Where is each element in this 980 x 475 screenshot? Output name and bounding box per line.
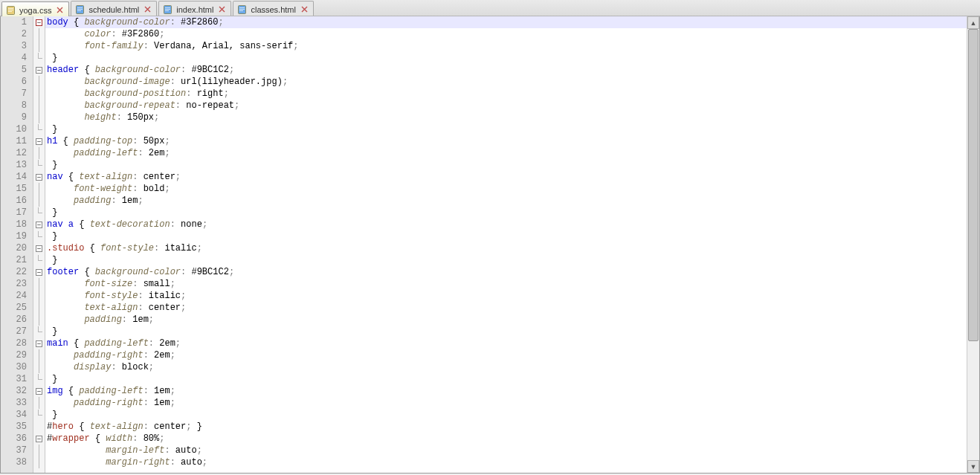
code-line[interactable]: nav { text-align: center; bbox=[45, 171, 967, 183]
code-line[interactable]: color: #3F2860; bbox=[45, 28, 967, 40]
code-token: : bbox=[132, 279, 143, 289]
svg-rect-9 bbox=[165, 7, 170, 8]
code-line[interactable]: body { background-color: #3F2860; bbox=[45, 16, 967, 28]
code-line[interactable]: #hero { text-align: center; } bbox=[45, 421, 967, 433]
code-line[interactable]: font-family: Verdana, Arial, sans-serif; bbox=[45, 40, 967, 52]
close-icon[interactable] bbox=[56, 6, 64, 14]
code-line[interactable]: .studio { font-style: italic; bbox=[45, 242, 967, 254]
code-line[interactable]: } bbox=[45, 52, 967, 64]
svg-rect-11 bbox=[165, 10, 169, 11]
code-token: padding-right bbox=[74, 398, 144, 408]
code-token: margin-left bbox=[106, 445, 164, 456]
fold-toggle[interactable]: − bbox=[33, 242, 45, 254]
code-token: header bbox=[47, 65, 79, 75]
code-token: none bbox=[181, 219, 202, 230]
code-line[interactable]: margin-right: auto; bbox=[45, 456, 967, 468]
tab-index-html[interactable]: index.html bbox=[158, 1, 231, 16]
fold-guide bbox=[33, 40, 45, 52]
code-token: ; bbox=[170, 279, 175, 289]
fold-toggle[interactable]: − bbox=[33, 433, 45, 445]
close-icon[interactable] bbox=[144, 5, 152, 13]
code-line[interactable]: font-size: small; bbox=[45, 278, 967, 290]
code-line[interactable]: text-align: center; bbox=[45, 302, 967, 314]
tab-yoga-css[interactable]: yoga.css bbox=[1, 1, 69, 16]
code-line[interactable]: display: block; bbox=[45, 361, 967, 373]
code-token: center bbox=[149, 303, 181, 313]
code-line[interactable]: header { background-color: #9BC1C2; bbox=[45, 64, 967, 76]
code-token: : bbox=[175, 100, 186, 111]
code-token bbox=[47, 314, 84, 325]
svg-rect-14 bbox=[239, 9, 245, 10]
code-line[interactable]: padding-right: 1em; bbox=[45, 397, 967, 409]
tab-label: schedule.html bbox=[88, 5, 139, 14]
code-line[interactable]: main { padding-left: 2em; bbox=[45, 337, 967, 349]
close-icon[interactable] bbox=[300, 5, 309, 13]
code-token: body bbox=[47, 17, 68, 28]
code-line[interactable]: background-repeat: no-repeat; bbox=[45, 100, 967, 112]
code-line[interactable]: nav a { text-decoration: none; bbox=[45, 219, 967, 230]
close-icon[interactable] bbox=[218, 5, 226, 13]
code-token: font-size bbox=[84, 279, 132, 289]
code-line[interactable]: background-image: url(lilyheader.jpg); bbox=[45, 76, 967, 88]
code-line[interactable]: img { padding-left: 1em; bbox=[45, 385, 967, 397]
code-line[interactable]: padding: 1em; bbox=[45, 195, 967, 207]
fold-toggle[interactable]: − bbox=[33, 171, 45, 183]
scroll-thumb[interactable] bbox=[968, 29, 979, 341]
code-line[interactable]: } bbox=[45, 326, 967, 337]
tab-schedule-html[interactable]: schedule.html bbox=[71, 1, 157, 16]
code-line[interactable]: height: 150px; bbox=[45, 112, 967, 123]
fold-toggle-icon: − bbox=[36, 138, 42, 145]
code-token: no-repeat bbox=[186, 100, 234, 111]
fold-toggle[interactable]: − bbox=[33, 135, 45, 147]
line-number: 16 bbox=[1, 195, 33, 207]
code-token bbox=[47, 362, 74, 372]
code-line[interactable]: } bbox=[45, 254, 967, 266]
vertical-scrollbar[interactable]: ▲ ▼ bbox=[967, 16, 979, 473]
line-number: 9 bbox=[1, 112, 33, 123]
fold-toggle[interactable]: − bbox=[33, 64, 45, 76]
fold-toggle[interactable]: − bbox=[33, 266, 45, 278]
code-token: text-align bbox=[79, 172, 132, 182]
scroll-up-button[interactable]: ▲ bbox=[967, 16, 979, 29]
fold-toggle[interactable]: − bbox=[33, 385, 45, 397]
code-token: ; bbox=[175, 338, 181, 349]
code-token: ; bbox=[224, 88, 229, 99]
code-token: ; bbox=[197, 445, 202, 456]
code-line[interactable]: padding-left: 2em; bbox=[45, 147, 967, 159]
code-line[interactable]: #wrapper { width: 80%; bbox=[45, 433, 967, 445]
code-line[interactable]: footer { background-color: #9BC1C2; bbox=[45, 266, 967, 278]
code-line[interactable]: margin-left: auto; bbox=[45, 445, 967, 456]
code-line[interactable]: } bbox=[45, 159, 967, 171]
code-line[interactable]: } bbox=[45, 207, 967, 219]
fold-toggle[interactable]: − bbox=[33, 219, 45, 230]
code-line[interactable]: background-position: right; bbox=[45, 88, 967, 100]
fold-toggle[interactable]: − bbox=[33, 16, 45, 28]
code-line[interactable]: h1 { padding-top: 50px; bbox=[45, 135, 967, 147]
fold-toggle[interactable]: − bbox=[33, 337, 45, 349]
code-token bbox=[47, 88, 84, 99]
code-line[interactable]: } bbox=[45, 409, 967, 421]
fold-end bbox=[33, 373, 45, 385]
code-token: wrapper bbox=[52, 433, 89, 444]
code-token: } bbox=[47, 326, 57, 337]
css-file-icon bbox=[6, 5, 16, 16]
code-line[interactable]: padding: 1em; bbox=[45, 314, 967, 326]
fold-toggle-icon: − bbox=[36, 436, 42, 442]
code-token: italic bbox=[149, 291, 181, 301]
fold-end bbox=[33, 207, 45, 219]
fold-end bbox=[33, 230, 45, 242]
code-token: : bbox=[144, 398, 154, 408]
tab-classes-html[interactable]: classes.html bbox=[233, 1, 314, 16]
scroll-down-button[interactable]: ▼ bbox=[967, 460, 979, 473]
code-line[interactable]: } bbox=[45, 373, 967, 385]
code-token: : bbox=[186, 88, 196, 99]
code-token: right bbox=[197, 88, 224, 99]
code-token: background-repeat bbox=[84, 100, 175, 111]
code-line[interactable]: } bbox=[45, 123, 967, 135]
code-token: background-color bbox=[95, 65, 181, 75]
code-line[interactable]: font-weight: bold; bbox=[45, 183, 967, 195]
code-line[interactable]: } bbox=[45, 230, 967, 242]
code-line[interactable]: font-style: italic; bbox=[45, 290, 967, 302]
code-line[interactable]: padding-right: 2em; bbox=[45, 349, 967, 361]
code-area[interactable]: body { background-color: #3F2860; color:… bbox=[45, 16, 967, 473]
